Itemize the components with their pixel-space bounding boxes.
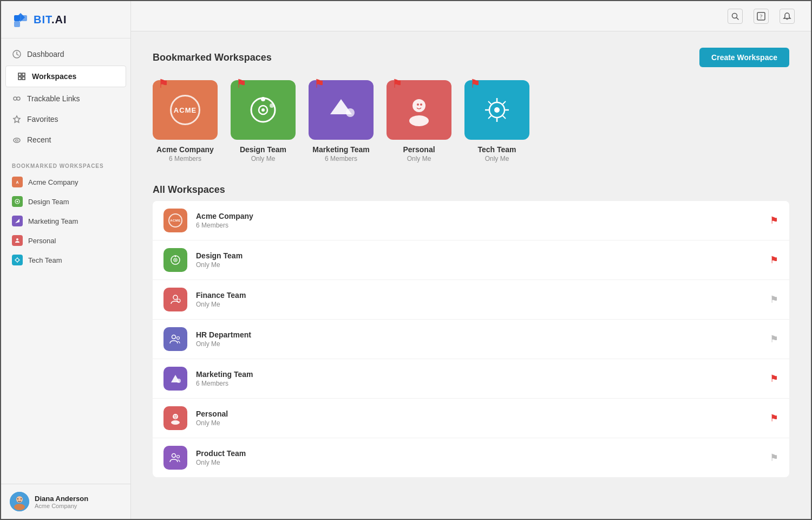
card-personal-name: Personal (403, 145, 435, 154)
sidebar-ws-personal[interactable]: Personal (1, 231, 130, 250)
list-info-design: Design Team Only Me (196, 251, 761, 269)
recent-label: Recent (27, 135, 51, 144)
list-icon-hr (163, 327, 187, 351)
favorites-icon (12, 114, 22, 124)
notifications-button[interactable] (780, 9, 795, 24)
svg-point-39 (494, 107, 500, 113)
list-info-acme: Acme Company 6 Members (196, 212, 761, 229)
bookmarked-title: Bookmarked Workspaces (153, 52, 272, 63)
card-tech[interactable]: ⚑ (464, 80, 529, 162)
help-button[interactable]: ? (754, 9, 769, 24)
svg-point-5 (14, 97, 17, 100)
card-design[interactable]: ⚑ Design Team Only Me (231, 80, 296, 162)
sidebar-ws-tech[interactable]: Tech Team (1, 250, 130, 270)
sidebar-ws-personal-label: Personal (28, 237, 56, 245)
bookmarked-section-label: BOOKMARKED WORKSPACES (1, 155, 130, 172)
list-bookmark-marketing[interactable]: ⚑ (770, 373, 778, 385)
list-icon-personal (163, 406, 187, 430)
list-bookmark-product[interactable]: ⚑ (770, 452, 778, 464)
svg-point-21 (14, 504, 25, 510)
recent-icon (12, 135, 22, 145)
card-tech-icon: ⚑ (464, 80, 529, 140)
list-item-acme[interactable]: ACME Acme Company 6 Members ⚑ (153, 201, 789, 240)
sidebar-item-dashboard[interactable]: Dashboard (1, 44, 130, 64)
svg-text:?: ? (760, 13, 763, 20)
list-info-finance: Finance Team Only Me (196, 291, 761, 308)
card-marketing-name: Marketing Team (312, 145, 370, 154)
user-company: Acme Company (35, 503, 88, 509)
svg-point-56 (176, 379, 181, 383)
list-icon-design (163, 248, 187, 272)
bookmark-icon-design: ⚑ (236, 77, 247, 91)
card-marketing-sub: 6 Members (325, 155, 357, 162)
bookmark-icon-tech: ⚑ (470, 77, 481, 91)
list-item-marketing[interactable]: Marketing Team 6 Members ⚑ (153, 359, 789, 399)
list-bookmark-hr[interactable]: ⚑ (770, 333, 778, 345)
bookmark-icon-personal: ⚑ (392, 77, 403, 91)
svg-point-50 (175, 259, 176, 261)
svg-point-6 (17, 97, 20, 100)
list-name-personal: Personal (196, 410, 761, 418)
card-marketing[interactable]: ⚑ Marketing Team 6 Members (309, 80, 374, 162)
sidebar-nav: Dashboard Workspaces Trackable Links Fav… (1, 38, 130, 155)
list-sub-product: Only Me (196, 459, 761, 466)
list-icon-product (163, 446, 187, 470)
list-item-product[interactable]: Product Team Only Me ⚑ (153, 438, 789, 477)
card-acme[interactable]: ⚑ ACME Acme Company 6 Members (153, 80, 218, 162)
list-item-design[interactable]: Design Team Only Me ⚑ (153, 240, 789, 280)
search-button[interactable] (728, 9, 743, 24)
logo: BIT.AI (1, 1, 130, 38)
tech-dot (12, 255, 23, 265)
trackable-links-icon (12, 94, 22, 103)
list-bookmark-personal[interactable]: ⚑ (770, 412, 778, 424)
list-sub-design: Only Me (196, 261, 761, 269)
svg-point-31 (261, 97, 265, 101)
sidebar-item-workspaces[interactable]: Workspaces (5, 66, 126, 87)
list-bookmark-design[interactable]: ⚑ (770, 254, 778, 266)
list-bookmark-acme[interactable]: ⚑ (770, 214, 778, 226)
list-info-personal: Personal Only Me (196, 410, 761, 427)
card-personal-sub: Only Me (407, 155, 431, 162)
list-item-personal[interactable]: Personal Only Me ⚑ (153, 399, 789, 438)
sidebar-ws-marketing-label: Marketing Team (28, 217, 78, 225)
sidebar-ws-marketing[interactable]: Marketing Team (1, 211, 130, 231)
bookmarked-section-header: Bookmarked Workspaces Create Workspace (153, 48, 789, 67)
list-sub-personal: Only Me (196, 419, 761, 427)
svg-line-47 (488, 115, 492, 119)
card-personal[interactable]: ⚑ Personal Only Me (387, 80, 451, 162)
topbar: ? (131, 1, 811, 31)
list-item-hr[interactable]: HR Department Only Me ⚑ (153, 320, 789, 359)
list-item-finance[interactable]: Finance Team Only Me ⚑ (153, 280, 789, 320)
card-acme-name: Acme Company (156, 145, 214, 154)
list-sub-hr: Only Me (196, 340, 761, 348)
list-icon-finance (163, 288, 187, 311)
sidebar-footer: Diana Anderson Acme Company (1, 484, 130, 519)
svg-point-30 (261, 108, 265, 112)
card-design-name: Design Team (240, 145, 286, 154)
list-bookmark-finance[interactable]: ⚑ (770, 294, 778, 306)
sidebar-item-trackable-links[interactable]: Trackable Links (1, 88, 130, 109)
workspaces-icon (17, 72, 27, 81)
list-sub-finance: Only Me (196, 301, 761, 308)
card-design-icon: ⚑ (231, 80, 296, 140)
sidebar-item-recent[interactable]: Recent (1, 129, 130, 150)
svg-point-13 (16, 238, 18, 240)
main-content: ? Bookmarked Workspaces Create Workspace… (131, 1, 811, 519)
workspaces-label: Workspaces (32, 72, 76, 81)
create-workspace-button[interactable]: Create Workspace (699, 48, 789, 67)
svg-point-52 (173, 295, 178, 300)
svg-rect-2 (14, 21, 20, 27)
content-area: Bookmarked Workspaces Create Workspace ⚑… (131, 31, 811, 519)
svg-point-55 (177, 337, 180, 340)
svg-point-23 (21, 498, 22, 499)
svg-point-58 (171, 420, 180, 425)
dashboard-label: Dashboard (27, 50, 64, 58)
list-sub-acme: 6 Members (196, 222, 761, 229)
sidebar-ws-acme[interactable]: A Acme Company (1, 172, 130, 192)
sidebar-item-favorites[interactable]: Favorites (1, 109, 130, 129)
list-info-hr: HR Department Only Me (196, 330, 761, 348)
bookmarked-cards: ⚑ ACME Acme Company 6 Members ⚑ (153, 80, 789, 162)
card-tech-sub: Only Me (485, 155, 509, 162)
sidebar-ws-design[interactable]: Design Team (1, 192, 130, 211)
dashboard-icon (12, 49, 22, 59)
